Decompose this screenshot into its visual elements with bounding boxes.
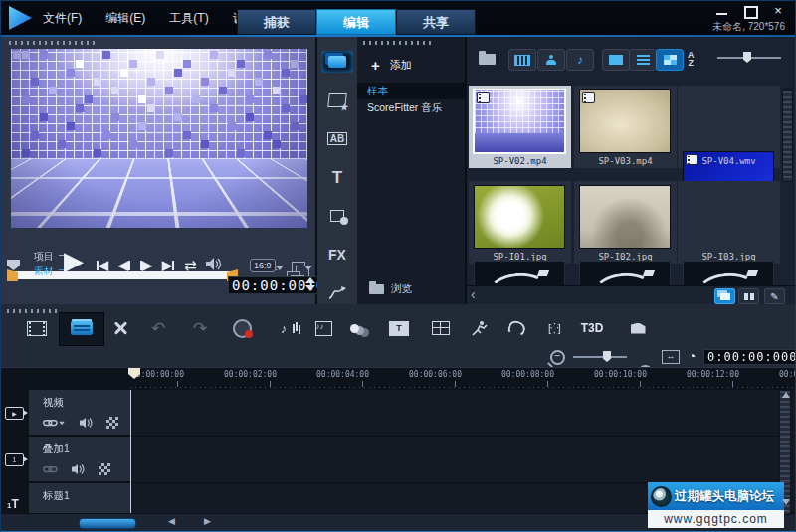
- undo-button[interactable]: ↶: [146, 318, 170, 338]
- filter-video-button[interactable]: [508, 49, 536, 71]
- capture-caret-icon[interactable]: [304, 266, 312, 270]
- mute-icon[interactable]: [80, 417, 93, 429]
- library-scrollbar[interactable]: [782, 90, 793, 182]
- timeline-zoom-slider[interactable]: [573, 356, 627, 358]
- thumbnail-sp-v03[interactable]: [580, 90, 670, 152]
- view-list-button[interactable]: [629, 49, 657, 71]
- sort-icon[interactable]: AZ: [688, 51, 695, 67]
- minimize-button[interactable]: [715, 5, 729, 17]
- duration-clock-icon[interactable]: ◔: [688, 349, 696, 363]
- panel-grip[interactable]: [363, 41, 433, 45]
- fit-timeline-icon[interactable]: ↔: [662, 350, 680, 364]
- split-screen-template-button[interactable]: [429, 318, 453, 338]
- aspect-caret-icon[interactable]: [276, 266, 284, 270]
- panel-grip[interactable]: [9, 41, 97, 45]
- library-item-scorefitter[interactable]: ScoreFitter 音乐: [357, 99, 465, 116]
- menu-tools[interactable]: 工具(T): [169, 10, 208, 27]
- filter-photo-button[interactable]: [537, 49, 565, 71]
- motion-tracking-button[interactable]: [467, 318, 491, 338]
- library-panel-view-button[interactable]: [714, 288, 735, 304]
- thumbnail-sp-v02[interactable]: [475, 90, 564, 152]
- redo-button[interactable]: ↷: [188, 318, 212, 338]
- timeline-ruler[interactable]: 00:00:00:00 00:00:02:00 00:00:04:00 00:0…: [1, 367, 795, 392]
- browse-button[interactable]: 浏览: [369, 282, 412, 296]
- library-edit-button[interactable]: ✎: [764, 288, 785, 304]
- project-mode-label[interactable]: 项目: [34, 250, 54, 264]
- aspect-ratio-select[interactable]: 16:9: [250, 259, 276, 272]
- category-instant-project[interactable]: [321, 89, 353, 111]
- trim-handle-start[interactable]: [7, 269, 18, 281]
- clip-mode-label[interactable]: 素材: [34, 265, 54, 278]
- panel-grip[interactable]: [7, 309, 59, 313]
- mute-icon[interactable]: [72, 463, 85, 475]
- link-icon[interactable]: [43, 460, 58, 478]
- track-header-title[interactable]: 标题1: [29, 483, 130, 513]
- thumbnail-partial[interactable]: [475, 262, 564, 286]
- color-grading-button[interactable]: [347, 318, 371, 338]
- tab-edit[interactable]: 编辑: [316, 9, 396, 35]
- scrub-marker[interactable]: [7, 260, 20, 270]
- add-folder-button[interactable]: + 添加: [371, 57, 412, 74]
- timeline-timecode[interactable]: 0:00:00:000: [703, 349, 796, 365]
- scroll-left-icon[interactable]: ‹: [471, 286, 476, 302]
- next-frame-button[interactable]: ▶: [140, 258, 152, 272]
- track-header-video[interactable]: 视频: [29, 390, 130, 437]
- volume-button[interactable]: [206, 258, 222, 270]
- tab-share[interactable]: 共享: [396, 9, 476, 35]
- mask-draw-button[interactable]: [626, 318, 650, 338]
- thumbnail-sp-i02[interactable]: [580, 186, 670, 248]
- category-title[interactable]: T: [321, 167, 353, 189]
- timecode-spinner[interactable]: [305, 277, 315, 291]
- scroll-up-icon[interactable]: [782, 392, 790, 398]
- horizontal-scrollbar-thumb[interactable]: [79, 518, 136, 529]
- track-header-overlay[interactable]: 叠加1: [29, 437, 130, 483]
- category-motion-path[interactable]: [321, 282, 353, 304]
- home-button[interactable]: ◀: [97, 258, 108, 272]
- library-columns-view-button[interactable]: [738, 288, 759, 304]
- link-icon[interactable]: [43, 414, 66, 432]
- zoom-out-icon[interactable]: −: [550, 350, 565, 365]
- close-button[interactable]: ×: [771, 5, 785, 17]
- scroll-right-button[interactable]: ▶: [204, 516, 211, 526]
- customize-motion-button[interactable]: [504, 318, 528, 338]
- scroll-down-icon[interactable]: [782, 499, 790, 505]
- mask-creator-button[interactable]: [⁛]: [542, 318, 566, 338]
- track-type-strip: ▶ 1 1T: [1, 390, 29, 513]
- track-header-separator[interactable]: [130, 390, 131, 531]
- thumbnail-partial[interactable]: [684, 262, 773, 286]
- repeat-button[interactable]: ⇄: [184, 257, 197, 274]
- auto-music-button[interactable]: ♪♪: [311, 318, 335, 338]
- menu-edit[interactable]: 编辑(E): [105, 10, 145, 27]
- tools-button[interactable]: [108, 318, 132, 338]
- view-grid-button[interactable]: [656, 49, 684, 71]
- filter-audio-button[interactable]: ♪: [566, 49, 594, 71]
- menu-file[interactable]: 文件(F): [43, 10, 82, 27]
- sound-mixer-button[interactable]: ♪: [272, 318, 296, 338]
- record-capture-button[interactable]: [230, 318, 254, 338]
- storyboard-view-button[interactable]: [25, 318, 49, 338]
- ruler-label: 00:00:14:00: [779, 370, 796, 379]
- scroll-left-button[interactable]: ◀: [168, 516, 175, 526]
- view-large-button[interactable]: [602, 49, 630, 71]
- thumbnail-zoom-slider[interactable]: [717, 57, 781, 59]
- category-filter[interactable]: FX: [321, 244, 353, 266]
- category-media[interactable]: [321, 51, 353, 73]
- subtitle-editor-button[interactable]: T: [387, 318, 411, 338]
- thumbnail-sp-i01[interactable]: [475, 186, 564, 248]
- prev-frame-button[interactable]: ◀: [118, 258, 130, 272]
- maximize-button[interactable]: [743, 5, 757, 17]
- timeline-view-button[interactable]: [59, 312, 104, 346]
- 3d-title-button[interactable]: T3D: [580, 318, 604, 338]
- category-graphics[interactable]: [321, 205, 353, 227]
- library-item-sample[interactable]: 样本: [357, 83, 465, 99]
- thumbnail-partial[interactable]: [580, 262, 670, 286]
- tab-capture[interactable]: 捕获: [237, 9, 316, 35]
- play-button[interactable]: ▶: [64, 248, 84, 273]
- import-media-button[interactable]: [475, 49, 498, 69]
- category-transition[interactable]: AB: [321, 128, 353, 150]
- end-button[interactable]: ▶: [162, 258, 174, 272]
- transparency-icon[interactable]: [99, 463, 110, 475]
- transparency-icon[interactable]: [106, 417, 118, 429]
- timeline-zoom-thumb[interactable]: [603, 351, 611, 362]
- zoom-slider-thumb[interactable]: [743, 52, 751, 63]
